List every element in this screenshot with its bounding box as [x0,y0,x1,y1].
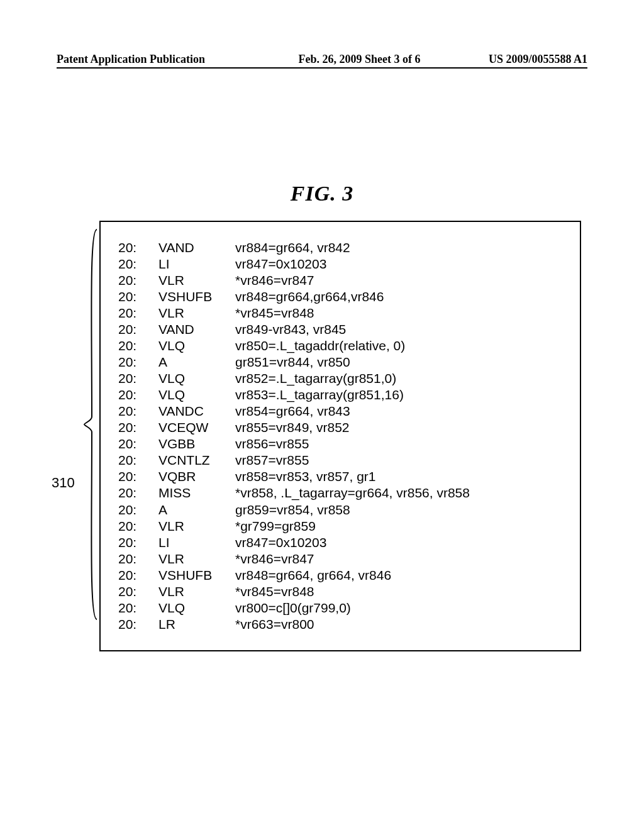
code-operands: *vr845=vr848 [235,584,569,600]
code-opcode: VLQ [158,600,235,616]
code-row: 20:VLR*vr845=vr848 [118,305,569,321]
code-row: 20:VLR*vr846=vr847 [118,272,569,289]
header-pub-number: US 2009/0055588 A1 [489,53,587,66]
code-row: 20:LIvr847=0x10203 [118,256,569,272]
code-opcode: VCNTLZ [158,452,235,468]
code-line-number: 20: [118,518,158,534]
code-line-number: 20: [118,567,158,584]
code-line-number: 20: [118,289,158,305]
code-opcode: VLR [158,305,235,321]
code-operands: vr858=vr853, vr857, gr1 [235,468,569,485]
code-opcode: MISS [158,485,235,501]
code-row: 20:VLQvr852=.L_tagarray(gr851,0) [118,370,569,387]
code-row: 20:VGBBvr856=vr855 [118,436,569,452]
code-operands: vr849-vr843, vr845 [235,321,569,338]
code-operands: *gr799=gr859 [235,518,569,534]
code-operands: vr857=vr855 [235,452,569,468]
code-opcode: VQBR [158,468,235,485]
header-date-sheet: Feb. 26, 2009 Sheet 3 of 6 [299,53,421,66]
code-opcode: VCEQW [158,419,235,436]
code-line-number: 20: [118,403,158,419]
code-line-number: 20: [118,600,158,616]
code-line-number: 20: [118,468,158,485]
code-opcode: A [158,354,235,370]
code-operands: vr854=gr664, vr843 [235,403,569,419]
code-operands: vr848=gr664, gr664, vr846 [235,567,569,584]
code-operands: *vr846=vr847 [235,551,569,567]
code-line-number: 20: [118,502,158,518]
code-line-number: 20: [118,387,158,403]
code-opcode: VSHUFB [158,289,235,305]
code-opcode: VLR [158,272,235,289]
figure-wrap: 310 20:VANDvr884=gr664, vr84220:LIvr847=… [99,221,581,651]
code-line-number: 20: [118,240,158,256]
code-line-number: 20: [118,485,158,501]
code-operands: vr847=0x10203 [235,534,569,551]
code-operands: gr851=vr844, vr850 [235,354,569,370]
code-operands: vr852=.L_tagarray(gr851,0) [235,370,569,387]
code-row: 20:VSHUFBvr848=gr664,gr664,vr846 [118,289,569,305]
code-row: 20:VLR*vr846=vr847 [118,551,569,567]
code-operands: *vr845=vr848 [235,305,569,321]
code-row: 20:Agr859=vr854, vr858 [118,502,569,518]
figure-reference-number: 310 [52,475,75,491]
code-opcode: LI [158,534,235,551]
code-opcode: VLR [158,584,235,600]
code-line-number: 20: [118,272,158,289]
code-row: 20:VLR*vr845=vr848 [118,584,569,600]
code-line-number: 20: [118,436,158,452]
code-opcode: VLQ [158,370,235,387]
page-header: Patent Application Publication Feb. 26, … [57,53,587,69]
code-line-number: 20: [118,370,158,387]
code-row: 20:VANDCvr854=gr664, vr843 [118,403,569,419]
code-line-number: 20: [118,452,158,468]
code-row: 20:VQBRvr858=vr853, vr857, gr1 [118,468,569,485]
code-operands: *vr846=vr847 [235,272,569,289]
code-opcode: VAND [158,240,235,256]
code-operands: *vr663=vr800 [235,616,569,633]
page: Patent Application Publication Feb. 26, … [0,0,644,651]
code-line-number: 20: [118,354,158,370]
code-operands: vr884=gr664, vr842 [235,240,569,256]
code-listing-box: 20:VANDvr884=gr664, vr84220:LIvr847=0x10… [99,221,581,651]
code-line-number: 20: [118,256,158,272]
code-opcode: VANDC [158,403,235,419]
code-line-number: 20: [118,616,158,633]
code-line-number: 20: [118,551,158,567]
code-line-number: 20: [118,419,158,436]
code-operands: vr855=vr849, vr852 [235,419,569,436]
code-opcode: VGBB [158,436,235,452]
code-row: 20:VLQvr853=.L_tagarray(gr851,16) [118,387,569,403]
figure-title: FIG. 3 [57,182,587,206]
code-line-number: 20: [118,534,158,551]
code-row: 20:VANDvr849-vr843, vr845 [118,321,569,338]
code-opcode: VLQ [158,338,235,354]
code-row: 20:MISS*vr858, .L_tagarray=gr664, vr856,… [118,485,569,501]
code-opcode: VLR [158,518,235,534]
code-row: 20:VSHUFBvr848=gr664, gr664, vr846 [118,567,569,584]
code-opcode: VSHUFB [158,567,235,584]
code-row: 20:VANDvr884=gr664, vr842 [118,240,569,256]
code-operands: vr850=.L_tagaddr(relative, 0) [235,338,569,354]
code-opcode: VLR [158,551,235,567]
code-opcode: LR [158,616,235,633]
code-row: 20:VLQvr850=.L_tagaddr(relative, 0) [118,338,569,354]
code-operands: vr853=.L_tagarray(gr851,16) [235,387,569,403]
header-publication: Patent Application Publication [57,53,205,66]
code-row: 20:VCNTLZvr857=vr855 [118,452,569,468]
code-opcode: LI [158,256,235,272]
brace-icon [82,228,99,621]
code-row: 20:VLR*gr799=gr859 [118,518,569,534]
code-line-number: 20: [118,321,158,338]
code-operands: vr856=vr855 [235,436,569,452]
code-row: 20:VCEQWvr855=vr849, vr852 [118,419,569,436]
code-operands: vr848=gr664,gr664,vr846 [235,289,569,305]
code-line-number: 20: [118,584,158,600]
code-operands: vr800=c[]0(gr799,0) [235,600,569,616]
code-row: 20:LR*vr663=vr800 [118,616,569,633]
code-row: 20:Agr851=vr844, vr850 [118,354,569,370]
code-operands: vr847=0x10203 [235,256,569,272]
code-row: 20:LIvr847=0x10203 [118,534,569,551]
code-line-number: 20: [118,305,158,321]
code-operands: *vr858, .L_tagarray=gr664, vr856, vr858 [235,485,569,501]
